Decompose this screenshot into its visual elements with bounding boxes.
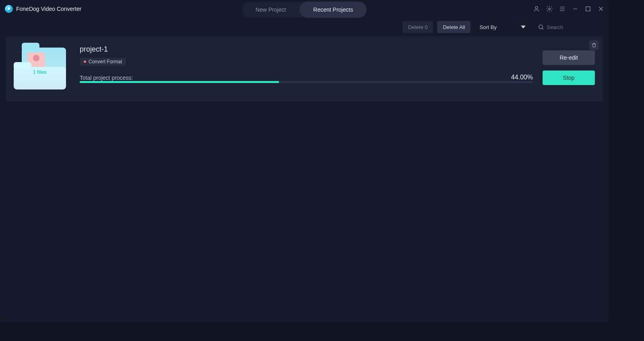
svg-point-1 [549, 8, 551, 10]
file-count: 1 files [14, 69, 66, 75]
delete-all-button[interactable]: Delete All [437, 21, 471, 33]
minimize-icon[interactable] [572, 5, 579, 12]
project-tabs: New Project Recent Projects [242, 2, 367, 18]
progress-label: Total project process: [80, 75, 133, 81]
svg-point-0 [535, 6, 538, 9]
sort-dropdown[interactable]: Sort By [475, 21, 530, 33]
sort-label: Sort By [479, 24, 497, 30]
maximize-icon[interactable] [584, 5, 592, 12]
account-icon[interactable] [533, 5, 540, 12]
brand: FoneDog Video Converter [5, 5, 81, 13]
gear-icon[interactable] [546, 5, 553, 12]
project-card: 1 files project-1 Convert Format Total p… [6, 36, 603, 102]
toolbar: Delete 0 Delete All Sort By [0, 18, 609, 36]
project-tag: Convert Format [80, 58, 126, 66]
close-icon[interactable] [597, 5, 605, 12]
progress-percent: 44.00% [511, 74, 533, 81]
tab-recent-projects[interactable]: Recent Projects [299, 2, 367, 18]
progress-bar [80, 81, 533, 83]
progress-bar-fill [80, 81, 279, 83]
svg-rect-2 [586, 7, 590, 11]
reedit-button[interactable]: Re-edit [543, 50, 595, 65]
project-title: project-1 [80, 45, 533, 54]
search-icon [538, 24, 544, 30]
tab-new-project[interactable]: New Project [242, 2, 299, 18]
search-input[interactable] [547, 24, 595, 30]
app-title: FoneDog Video Converter [16, 6, 81, 12]
project-actions: Re-edit Stop [543, 44, 595, 92]
titlebar: FoneDog Video Converter New Project Rece… [0, 0, 609, 18]
delete-button: Delete 0 [402, 21, 433, 33]
app-logo-icon [5, 5, 13, 13]
stop-button[interactable]: Stop [543, 71, 595, 85]
menu-icon[interactable] [559, 5, 566, 12]
trash-icon [591, 42, 597, 48]
status-dot-icon [84, 60, 86, 63]
project-thumbnail: 1 files [14, 44, 70, 92]
search-box[interactable] [535, 21, 603, 33]
svg-point-3 [539, 25, 543, 29]
delete-project-button[interactable] [589, 40, 599, 50]
project-tag-label: Convert Format [89, 59, 122, 64]
chevron-down-icon [521, 25, 526, 29]
